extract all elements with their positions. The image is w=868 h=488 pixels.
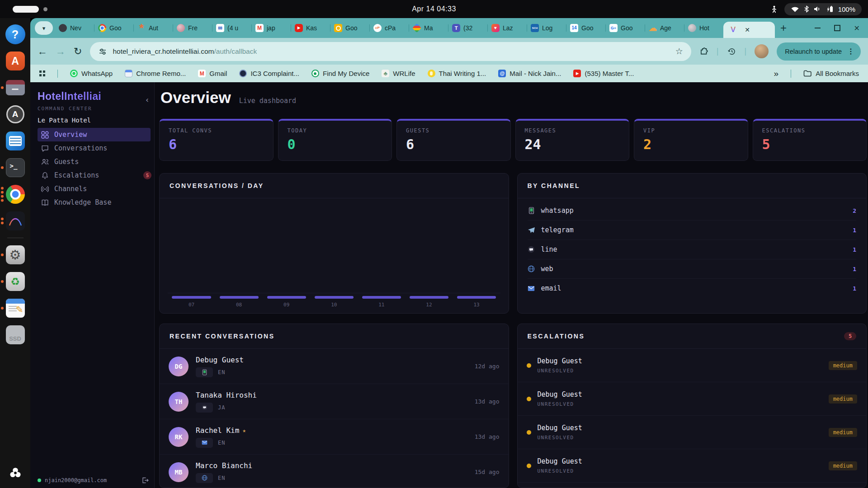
guest-name: Marco Bianchi: [196, 461, 252, 470]
sidebar-item-knowledge-base[interactable]: Knowledge Base: [38, 196, 151, 209]
dock-item-trash[interactable]: ♻: [5, 272, 25, 291]
writer-icon: [6, 131, 25, 150]
browser-tab[interactable]: cPcPa: [369, 18, 409, 38]
relaunch-button[interactable]: Relaunch to update ⋮: [777, 42, 861, 61]
reload-button[interactable]: ↻: [74, 46, 82, 57]
tab-search-button[interactable]: ▾: [35, 21, 53, 35]
panel-title: RECENT CONVERSATIONS: [160, 324, 509, 349]
sidebar-item-conversations[interactable]: Conversations: [38, 141, 151, 155]
dock-item-writer[interactable]: [5, 131, 25, 151]
sidebar-item-escalations[interactable]: Escalations 5: [38, 169, 151, 182]
bookmark-chrome-remote[interactable]: Chrome Remo...: [125, 70, 186, 77]
logout-icon[interactable]: [142, 477, 149, 484]
escalation-row[interactable]: Debug Guest UNRESOLVED medium: [518, 349, 867, 382]
dock-item-brand[interactable]: [5, 463, 25, 483]
browser-tab[interactable]: *Aut: [133, 18, 173, 38]
bookmark-star-icon[interactable]: ☆: [675, 46, 683, 56]
channel-row-telegram[interactable]: telegram 1: [528, 221, 857, 240]
ssd-icon: SSD: [6, 325, 25, 344]
dock-item-updater[interactable]: A: [5, 104, 25, 124]
sidebar-item-channels[interactable]: Channels: [38, 182, 151, 196]
browser-tab[interactable]: Goo: [330, 18, 369, 38]
bookmark-find-my-device[interactable]: Find My Device: [311, 70, 369, 77]
forward-button[interactable]: →: [56, 46, 66, 57]
browser-tab[interactable]: Mjap: [251, 18, 291, 38]
restore-icon[interactable]: [834, 25, 840, 31]
chart-bar: [315, 296, 354, 299]
channel-row-line[interactable]: line 1: [528, 240, 857, 259]
apps-grid-icon[interactable]: [39, 70, 45, 76]
browser-tab[interactable]: Ma: [409, 18, 448, 38]
omnibox[interactable]: hotel_riviera_cr.hotelintelliai.com/auth…: [90, 42, 691, 61]
files-icon: [6, 80, 25, 95]
browser-tab[interactable]: G≡Goo: [605, 18, 645, 38]
dock-item-app-store[interactable]: A: [5, 51, 25, 71]
bookmarks-overflow-chevron[interactable]: »: [774, 69, 779, 79]
back-button[interactable]: ←: [38, 46, 47, 57]
severity-chip: medium: [829, 428, 857, 437]
browser-tab[interactable]: Goo: [94, 18, 133, 38]
new-tab-button[interactable]: +: [780, 22, 787, 34]
minimize-icon[interactable]: [815, 28, 821, 28]
sidebar-collapse-icon[interactable]: ‹: [145, 95, 150, 104]
account-row: njain2000@gmail.com: [38, 477, 149, 484]
accessibility-person-icon[interactable]: [770, 5, 778, 13]
dock-item-settings[interactable]: ⚙: [5, 245, 25, 265]
stat-card-vip: VIP2: [634, 119, 748, 161]
browser-tab[interactable]: ▶Kas: [291, 18, 330, 38]
channel-chip: [196, 438, 213, 448]
browser-tab[interactable]: Nev: [55, 18, 94, 38]
account-email: njain2000@gmail.com: [45, 477, 107, 483]
browser-tab[interactable]: T(32: [448, 18, 487, 38]
conversation-row[interactable]: TH Tanaka Hiroshi JA 13d ago: [160, 384, 509, 419]
gray-globe-favicon: [688, 24, 696, 32]
conversation-row[interactable]: RK Rachel Kim★ EN 13d ago: [160, 419, 509, 455]
profile-avatar[interactable]: [755, 44, 769, 58]
dock-item-notes[interactable]: ✎: [5, 298, 25, 318]
conversation-row[interactable]: DG Debug Guest EN 12d ago: [160, 349, 509, 384]
channel-count: 1: [853, 227, 856, 234]
browser-tab[interactable]: Hot: [684, 18, 723, 38]
bookmark-master-t[interactable]: ▶(535) Master T...: [573, 70, 634, 77]
bookmark-whatsapp[interactable]: WhatsApp: [70, 70, 113, 77]
close-tab-icon[interactable]: ✕: [745, 26, 750, 33]
active-tab[interactable]: V ✕: [723, 22, 775, 38]
escalation-row[interactable]: Debug Guest UNRESOLVED medium: [518, 449, 867, 483]
all-bookmarks-button[interactable]: All Bookmarks: [803, 70, 859, 77]
dock-item-chrome[interactable]: [5, 184, 25, 204]
dock-item-help[interactable]: ?: [5, 24, 25, 44]
kebab-menu-icon[interactable]: ⋮: [847, 47, 854, 56]
stat-card-escalations: ESCALATIONS5: [753, 119, 867, 161]
sidebar-item-guests[interactable]: Guests: [38, 155, 151, 169]
dock-item-curve-app[interactable]: [5, 211, 25, 231]
browser-tab[interactable]: Fre: [173, 18, 212, 38]
close-icon[interactable]: ✕: [854, 24, 860, 33]
browser-tab[interactable]: 14Goo: [566, 18, 605, 38]
conversation-row[interactable]: MB Marco Bianchi EN 15d ago: [160, 455, 509, 488]
channel-row-whatsapp[interactable]: whatsapp 2: [528, 201, 857, 221]
sidebar-item-overview[interactable]: Overview: [38, 128, 151, 141]
bookmark-thai-writing[interactable]: Thai Writing 1...: [428, 70, 486, 77]
history-icon[interactable]: [727, 47, 736, 56]
extensions-puzzle-icon[interactable]: [699, 47, 708, 56]
channel-row-web[interactable]: web 1: [528, 259, 857, 279]
browser-tab[interactable]: ☁Age: [645, 18, 684, 38]
browser-tab[interactable]: SCHLog: [527, 18, 566, 38]
dock-item-ssd[interactable]: SSD: [5, 325, 25, 345]
bookmark-mail-nick[interactable]: @Mail - Nick Jain...: [498, 70, 561, 77]
dock-item-files[interactable]: [5, 78, 25, 98]
bookmark-ic3[interactable]: IC3 Complaint...: [239, 70, 299, 77]
bookmark-gmail[interactable]: MGmail: [198, 70, 227, 77]
escalation-row[interactable]: Debug Guest UNRESOLVED medium: [518, 382, 867, 416]
system-tray[interactable]: 100%: [784, 3, 862, 15]
language-code: EN: [218, 475, 225, 481]
guest-name: Debug Guest: [196, 356, 244, 364]
dock-item-terminal[interactable]: >_: [5, 158, 25, 178]
thai-writing-favicon: [428, 70, 435, 77]
browser-tab[interactable]: ♥Laz: [487, 18, 527, 38]
channel-row-email[interactable]: email 1: [528, 279, 857, 298]
bookmark-wrlife[interactable]: ♣WRLife: [382, 70, 415, 77]
help-icon: ?: [5, 24, 25, 44]
escalation-row[interactable]: Debug Guest UNRESOLVED medium: [518, 416, 867, 449]
browser-tab[interactable]: ✉(4 u: [212, 18, 251, 38]
